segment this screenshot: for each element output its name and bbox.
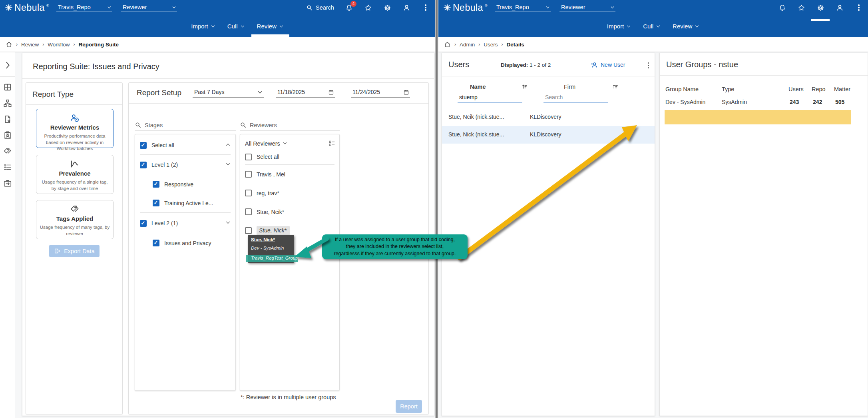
col-header-repo[interactable]: Repo (812, 86, 826, 92)
firm-filter[interactable] (543, 93, 608, 103)
admin-settings-button[interactable] (383, 3, 392, 12)
all-reviewers-filter[interactable]: All Reviewers (245, 140, 280, 147)
role-select[interactable]: Reviewer (121, 3, 177, 12)
reviewers-search-input[interactable] (250, 122, 310, 128)
name-filter-input[interactable] (458, 93, 522, 102)
checkbox-unchecked-icon[interactable] (245, 171, 252, 178)
repo-select[interactable]: Travis_Repo (495, 3, 551, 12)
checkbox-checked-icon[interactable] (153, 181, 159, 188)
col-header-group-name[interactable]: Group Name (665, 86, 699, 92)
checklist-icon[interactable] (328, 140, 335, 147)
reviewer-row-reg-trav[interactable]: reg, trav* (240, 184, 339, 202)
account-button[interactable] (835, 3, 844, 12)
nav-cull[interactable]: Cull (227, 15, 245, 37)
overflow-menu-button[interactable] (854, 3, 863, 12)
col-header-firm[interactable]: Firm (564, 84, 575, 90)
repo-select[interactable]: Travis_Repo (56, 3, 112, 12)
checkbox-checked-icon[interactable] (140, 142, 147, 149)
overflow-menu-button[interactable] (421, 3, 430, 12)
date-range-select[interactable]: Past 7 Days (193, 88, 264, 98)
end-date-field[interactable]: 11/24/2025 (351, 88, 410, 98)
col-header-name[interactable]: Name (470, 84, 486, 90)
new-user-button[interactable]: New User (591, 61, 625, 68)
sitemap-icon[interactable] (3, 99, 12, 108)
admin-settings-button[interactable] (816, 3, 825, 12)
stage-level1-row[interactable]: Level 1 (2) (135, 155, 235, 175)
col-header-users[interactable]: Users (788, 86, 804, 92)
checkbox-checked-icon[interactable] (140, 220, 147, 227)
nav-review[interactable]: Review (673, 15, 699, 37)
export-box-icon[interactable] (3, 179, 12, 188)
col-header-matter[interactable]: Matter (834, 86, 850, 92)
stage-responsive-row[interactable]: Responsive (135, 175, 235, 194)
repo-select-value: Travis_Repo (58, 4, 91, 10)
report-setup-title: Report Setup (137, 88, 181, 97)
stages-select-all-row[interactable]: Select all (135, 136, 235, 154)
nav-import[interactable]: Import (607, 15, 631, 37)
reviewers-select-all-row[interactable]: Select all (240, 149, 339, 164)
group-name-cell[interactable]: Dev - SysAdmin (665, 99, 705, 105)
nav-review[interactable]: Review (257, 15, 284, 37)
home-icon[interactable] (444, 41, 451, 48)
role-select[interactable]: Reviewer (559, 3, 615, 12)
breadcrumb-workflow[interactable]: Workflow (48, 42, 70, 48)
export-data-button[interactable]: Export Data (49, 245, 100, 257)
user-row-stue-nick-selected[interactable]: Stue, Nick (nick.stue... KLDiscovery (442, 126, 655, 144)
stages-search[interactable] (135, 117, 236, 130)
left-breadcrumb: › Review › Workflow › Reporting Suite (0, 37, 435, 52)
breadcrumb-users[interactable]: Users (484, 42, 498, 48)
checkbox-checked-icon[interactable] (140, 162, 147, 168)
reviewers-search[interactable] (240, 117, 340, 130)
group-type-cell: SysAdmin (722, 99, 747, 105)
dashboard-icon[interactable] (3, 83, 12, 92)
stage-training-row[interactable]: Training Active Le... (135, 194, 235, 212)
checkbox-unchecked-icon[interactable] (245, 208, 252, 215)
home-icon[interactable] (6, 41, 12, 48)
checkbox-unchecked-icon[interactable] (245, 227, 252, 234)
user-row-stue-ncik[interactable]: Stue, Ncik (nick.stue... KLDiscovery (442, 108, 655, 126)
breadcrumb-review[interactable]: Review (21, 42, 39, 48)
chevron-down-icon[interactable] (283, 140, 287, 147)
report-type-tags-applied[interactable]: Tags Applied Usage frequency of many tag… (36, 200, 113, 239)
checkbox-unchecked-icon[interactable] (245, 190, 252, 196)
report-type-title: Report Type (32, 90, 74, 98)
users-menu-button[interactable] (648, 61, 649, 70)
stage-issues-privacy-row[interactable]: Issues and Privacy (135, 234, 235, 252)
col-header-type[interactable]: Type (722, 86, 734, 92)
favorites-button[interactable] (364, 3, 372, 12)
reviewer-row-travis-mel[interactable]: Travis , Mel (240, 165, 339, 184)
stage-level2-row[interactable]: Level 2 (1) (135, 213, 235, 234)
tags-icon[interactable] (3, 147, 12, 156)
list-icon[interactable] (3, 163, 12, 172)
favorites-button[interactable] (797, 3, 806, 12)
highlighted-empty-group-row[interactable] (665, 110, 851, 124)
sort-name-icon[interactable] (521, 84, 528, 90)
chevron-up-icon[interactable] (225, 142, 231, 149)
chevron-down-icon[interactable] (225, 220, 231, 227)
document-star-icon[interactable] (3, 115, 12, 124)
name-filter[interactable] (458, 93, 522, 103)
expand-rail-icon[interactable] (3, 61, 12, 70)
report-button[interactable]: Report (396, 400, 422, 413)
right-app-panel: Nebula® Travis_Repo Reviewer (438, 0, 868, 418)
group-matter-cell: 505 (835, 99, 844, 105)
checkbox-checked-icon[interactable] (153, 200, 159, 206)
nav-import[interactable]: Import (191, 15, 215, 37)
reviewer-row-stue-ncik[interactable]: Stue, Ncik* (240, 202, 339, 221)
notifications-button[interactable] (778, 3, 786, 12)
notifications-button[interactable]: 4 (344, 3, 353, 12)
chevron-down-icon[interactable] (225, 161, 231, 168)
account-button[interactable] (402, 3, 411, 12)
firm-filter-input[interactable] (543, 93, 608, 102)
report-type-reviewer-metrics[interactable]: Reviewer Metrics Productivity performanc… (36, 109, 113, 148)
clipboard-user-icon[interactable] (3, 131, 12, 140)
nav-cull[interactable]: Cull (643, 15, 661, 37)
breadcrumb-admin[interactable]: Admin (460, 42, 475, 48)
start-date-field[interactable]: 11/18/2025 (276, 88, 335, 98)
sort-firm-icon[interactable] (612, 84, 619, 90)
global-search-button[interactable]: Search (306, 4, 334, 11)
checkbox-checked-icon[interactable] (153, 240, 159, 246)
checkbox-unchecked-icon[interactable] (245, 154, 252, 160)
stages-search-input[interactable] (145, 122, 205, 128)
report-type-prevalence[interactable]: Prevalence Usage frequency of a single t… (36, 155, 113, 194)
